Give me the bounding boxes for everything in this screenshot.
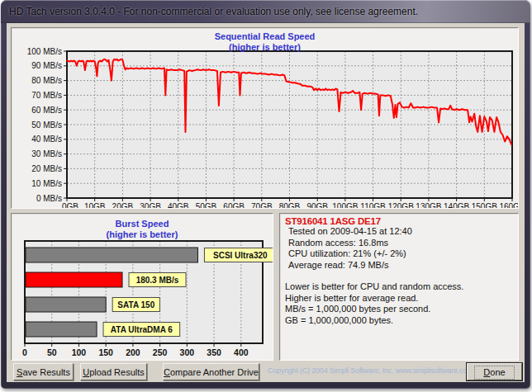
stat-random-access: Random access: 16.8ms	[288, 238, 513, 249]
svg-text:40 MB/s: 40 MB/s	[31, 135, 62, 144]
burst-speed-panel: SCSI Ultra320180.3 MB/sSATA 150ATA Ultra…	[11, 213, 273, 361]
svg-text:60 MB/s: 60 MB/s	[31, 106, 62, 115]
results-panel: ST916041 1ASG DE17 Tested on 2009-04-15 …	[279, 213, 519, 361]
title-bar[interactable]: HD Tach version 3.0.4.0 - For non-commer…	[1, 0, 530, 23]
svg-text:20GB: 20GB	[112, 202, 134, 208]
svg-text:130GB: 130GB	[416, 202, 441, 208]
client-area: 0 MB/s10 MB/s20 MB/s30 MB/s40 MB/s50 MB/…	[7, 23, 525, 382]
note-mbs-definition: MB/s = 1,000,000 bytes per second.	[285, 304, 513, 315]
svg-text:SCSI Ultra320: SCSI Ultra320	[213, 251, 268, 260]
note-higher-better: Higher is better for average read.	[285, 293, 513, 305]
app-window: HD Tach version 3.0.4.0 - For non-commer…	[1, 0, 530, 389]
svg-text:100GB: 100GB	[332, 202, 358, 208]
sequential-chart-title: Sequential Read Speed	[12, 31, 518, 41]
svg-text:0: 0	[22, 347, 27, 357]
sequential-chart-subtitle: (higher is better)	[12, 42, 518, 52]
save-results-button[interactable]: Save Results	[13, 363, 74, 380]
svg-text:90 MB/s: 90 MB/s	[31, 61, 62, 70]
svg-text:120GB: 120GB	[388, 202, 414, 208]
sequential-read-panel: 0 MB/s10 MB/s20 MB/s30 MB/s40 MB/s50 MB/…	[11, 27, 519, 209]
svg-text:160GB: 160GB	[499, 202, 518, 208]
svg-text:0 MB/s: 0 MB/s	[36, 194, 62, 203]
svg-text:350: 350	[207, 347, 221, 357]
done-button[interactable]: Done	[467, 363, 522, 380]
svg-text:80 MB/s: 80 MB/s	[31, 76, 62, 85]
svg-text:110GB: 110GB	[360, 202, 386, 208]
drive-name: ST916041 1ASG DE17	[285, 216, 513, 226]
compare-another-drive-button[interactable]: Compare Another Drive	[163, 363, 259, 380]
svg-text:80GB: 80GB	[279, 202, 301, 208]
svg-text:150: 150	[98, 347, 113, 357]
done-button-label: Done	[474, 366, 514, 380]
svg-text:40GB: 40GB	[168, 202, 189, 208]
screenshot-root: HD Tach version 3.0.4.0 - For non-commer…	[0, 0, 532, 392]
svg-text:90GB: 90GB	[306, 202, 328, 208]
svg-text:10GB: 10GB	[84, 202, 106, 208]
svg-text:50: 50	[47, 347, 57, 357]
svg-text:180.3 MB/s: 180.3 MB/s	[136, 276, 179, 285]
svg-text:150GB: 150GB	[472, 202, 497, 208]
window-title: HD Tach version 3.0.4.0 - For non-commer…	[9, 6, 418, 17]
svg-text:30GB: 30GB	[140, 202, 161, 208]
svg-text:20 MB/s: 20 MB/s	[31, 164, 62, 173]
svg-text:50GB: 50GB	[196, 202, 217, 208]
upload-results-button[interactable]: Upload Results	[80, 363, 147, 380]
svg-text:70 MB/s: 70 MB/s	[31, 91, 62, 100]
stat-tested-on: Tested on 2009-04-15 at 12:40	[288, 226, 513, 238]
svg-text:200: 200	[126, 347, 140, 357]
stat-average-read: Average read: 74.9 MB/s	[288, 260, 513, 272]
svg-text:10 MB/s: 10 MB/s	[31, 179, 62, 188]
svg-text:ATA UltraDMA 6: ATA UltraDMA 6	[111, 325, 173, 334]
burst-chart-subtitle: (higher is better)	[12, 229, 273, 239]
svg-text:70GB: 70GB	[251, 202, 273, 208]
svg-text:100: 100	[72, 347, 87, 357]
svg-text:140GB: 140GB	[444, 202, 469, 208]
svg-text:0GB: 0GB	[62, 202, 78, 208]
svg-text:50 MB/s: 50 MB/s	[31, 120, 62, 130]
svg-text:30 MB/s: 30 MB/s	[31, 149, 62, 158]
note-lower-better: Lower is better for CPU and random acces…	[285, 281, 513, 293]
copyright-text: Copyright (C) 2004 Simpli Software, Inc.…	[268, 366, 464, 375]
stat-cpu-utilization: CPU utilization: 21% (+/- 2%)	[288, 248, 513, 260]
burst-chart-title: Burst Speed	[12, 219, 273, 229]
svg-text:250: 250	[153, 347, 168, 357]
svg-text:400: 400	[234, 347, 249, 357]
svg-text:300: 300	[180, 347, 195, 357]
sequential-read-chart: 0 MB/s10 MB/s20 MB/s30 MB/s40 MB/s50 MB/…	[12, 28, 518, 208]
notes-block: Lower is better for CPU and random acces…	[285, 281, 513, 326]
svg-text:SATA 150: SATA 150	[117, 300, 154, 309]
note-gb-definition: GB = 1,000,000,000 bytes.	[285, 315, 513, 327]
svg-text:60GB: 60GB	[223, 202, 245, 208]
